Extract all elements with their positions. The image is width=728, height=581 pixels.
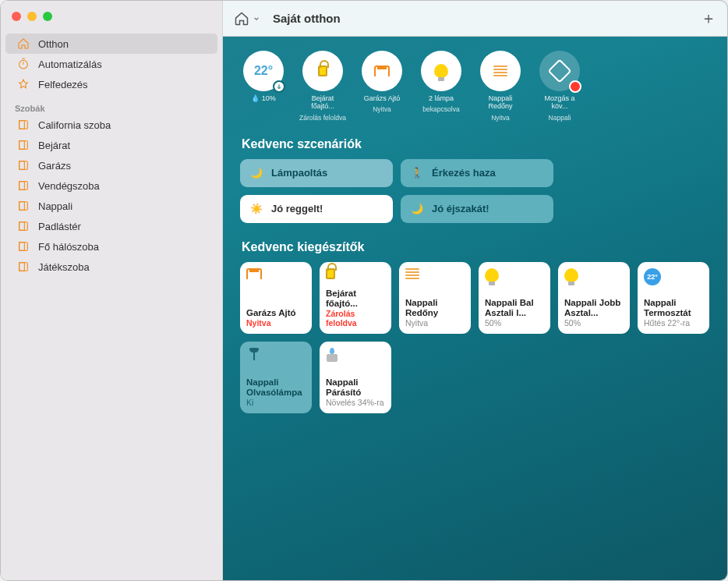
accessory-name: Nappali Redőny: [405, 298, 465, 317]
add-button[interactable]: ＋: [701, 8, 716, 29]
accessory-tile-garage[interactable]: Garázs Ajtó Nyitva: [240, 262, 312, 334]
svg-rect-8: [19, 182, 25, 190]
sidebar-room-item[interactable]: Garázs: [5, 155, 217, 175]
status-lock[interactable]: Bejárat főajtó... Zárolás feloldva: [299, 51, 346, 122]
sidebar-item-label: Felfedezés: [38, 79, 88, 90]
accessories-grid: Garázs Ajtó Nyitva Bejárat főajtó... Zár…: [240, 262, 710, 413]
minimize-window-button[interactable]: [27, 12, 37, 21]
status-circle: [539, 51, 580, 91]
svg-rect-1: [19, 121, 28, 129]
close-window-button[interactable]: [12, 12, 21, 21]
scenes-grid: 🌙 Lámpaoltás 🚶 Érkezés haza ☀️ Jó reggel…: [240, 159, 710, 223]
scene-arrive-home[interactable]: 🚶 Érkezés haza: [401, 159, 553, 187]
status-lights[interactable]: 2 lámpa bekapcsolva: [418, 51, 465, 122]
content-scroll[interactable]: 22° 💧 10% Bejárat főajtó... Zárolás felo…: [223, 37, 727, 427]
accessory-name: Nappali Párásító: [326, 377, 385, 397]
sidebar-item-home[interactable]: Otthon: [5, 34, 217, 54]
topbar: Saját otthon ＋: [223, 1, 727, 37]
moon-house-icon: 🌙: [249, 166, 263, 180]
accessory-tile-humidifier[interactable]: Nappali Párásító Növelés 34%-ra: [320, 342, 391, 413]
window-controls: [1, 1, 222, 34]
thermostat-icon: 22°: [644, 268, 661, 285]
sidebar-item-label: Padlástér: [38, 221, 81, 232]
scene-label: Érkezés haza: [432, 167, 496, 179]
motion-icon: [547, 58, 571, 83]
sidebar-room-item[interactable]: Játékszoba: [5, 257, 217, 277]
svg-rect-12: [19, 222, 25, 231]
accessory-tile-leftlamp[interactable]: Nappali Bal Asztali l... 50%: [479, 262, 550, 334]
accessory-tile-blinds[interactable]: Nappali Redőny Nyitva: [399, 262, 471, 334]
timer-icon: [16, 57, 30, 71]
accessory-state: 50%: [485, 318, 544, 328]
sidebar-item-automation[interactable]: Automatizálás: [5, 54, 217, 74]
status-circle: [302, 51, 343, 91]
humidity-label: 💧 10%: [251, 94, 276, 102]
scene-good-night[interactable]: 🌙 Jó éjszakát!: [401, 195, 553, 223]
room-icon: [16, 260, 30, 274]
sidebar-item-label: Nappali: [38, 200, 72, 212]
sidebar-item-discover[interactable]: Felfedezés: [5, 74, 217, 94]
sidebar-rooms-header: Szobák: [1, 94, 222, 115]
status-sub: Nappali: [549, 114, 571, 122]
svg-rect-7: [19, 182, 28, 190]
accessory-state: Növelés 34%-ra: [326, 398, 385, 407]
status-circle: [421, 51, 461, 91]
house-icon: [16, 37, 30, 51]
garage-icon: [374, 66, 390, 76]
page-title: Saját otthon: [273, 12, 341, 25]
status-label: Mozgás a köv...: [536, 94, 583, 111]
sidebar-item-label: California szoba: [38, 119, 111, 131]
scene-lights-off[interactable]: 🌙 Lámpaoltás: [240, 159, 393, 187]
sidebar-room-item[interactable]: Bejárat: [5, 135, 217, 155]
svg-rect-5: [19, 161, 28, 170]
status-circle: [480, 51, 521, 91]
status-sub: Nyitva: [491, 114, 510, 122]
svg-point-0: [19, 60, 28, 69]
accessory-name: Garázs Ajtó: [246, 308, 306, 318]
svg-rect-3: [19, 141, 28, 150]
accessory-name: Nappali Bal Asztali l...: [485, 298, 544, 317]
accessory-tile-frontdoor[interactable]: Bejárat főajtó... Zárolás feloldva: [320, 262, 391, 334]
accessory-state: 50%: [564, 318, 624, 328]
garage-icon: [246, 268, 262, 279]
sun-house-icon: ☀️: [249, 202, 263, 216]
room-icon: [16, 199, 30, 213]
accessory-name: Nappali Olvasólámpa: [246, 377, 306, 397]
status-garage[interactable]: Garázs Ajtó Nyitva: [359, 51, 405, 122]
arrow-down-badge: [273, 80, 285, 93]
blinds-icon: [405, 268, 419, 279]
svg-rect-14: [19, 243, 25, 251]
svg-rect-11: [19, 222, 28, 231]
status-sub: Zárolás feloldva: [299, 114, 346, 122]
sidebar-rooms-list: California szoba Bejárat Garázs Vendégsz…: [1, 115, 222, 277]
status-label: Garázs Ajtó: [364, 94, 401, 102]
app-window: Otthon Automatizálás Felfedezés Szobák C…: [0, 0, 728, 581]
zoom-window-button[interactable]: [43, 12, 52, 21]
svg-rect-16: [19, 263, 25, 271]
room-icon: [16, 179, 30, 193]
sidebar-room-item[interactable]: Padlástér: [5, 216, 217, 236]
sidebar-room-item[interactable]: California szoba: [5, 115, 217, 135]
accessory-tile-thermostat[interactable]: 22° Nappali Termosztát Hűtés 22°-ra: [638, 262, 709, 334]
home-menu-button[interactable]: [234, 11, 260, 27]
sidebar-room-item[interactable]: Vendégszoba: [5, 175, 217, 196]
status-blinds[interactable]: Nappali Redőny Nyitva: [477, 51, 524, 122]
svg-rect-13: [19, 243, 28, 251]
sidebar-room-item[interactable]: Nappali: [5, 196, 217, 216]
scene-good-morning[interactable]: ☀️ Jó reggelt!: [240, 195, 393, 223]
accessory-tile-rightlamp[interactable]: Nappali Jobb Asztal... 50%: [558, 262, 630, 334]
moon-house-icon: 🌙: [410, 202, 424, 216]
accessory-state: Hűtés 22°-ra: [644, 318, 703, 328]
sidebar-item-label: Vendégszoba: [38, 180, 100, 192]
room-icon: [16, 118, 30, 132]
svg-rect-15: [19, 263, 28, 271]
status-climate[interactable]: 22° 💧 10%: [240, 51, 287, 122]
room-icon: [16, 158, 30, 172]
sidebar-room-item[interactable]: Fő hálószoba: [5, 236, 217, 257]
accessory-state: Zárolás feloldva: [326, 309, 385, 328]
alert-badge: [569, 80, 581, 93]
accessory-name: Nappali Termosztát: [644, 298, 703, 317]
accessory-state: Nyitva: [246, 318, 306, 328]
status-motion[interactable]: Mozgás a köv... Nappali: [536, 51, 583, 122]
accessory-tile-readinglamp[interactable]: Nappali Olvasólámpa Ki: [240, 342, 312, 413]
